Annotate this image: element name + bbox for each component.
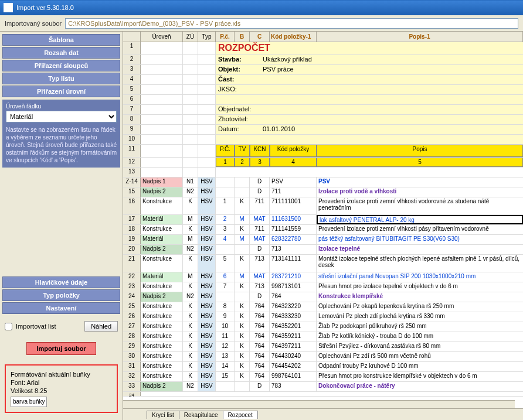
col-zu[interactable]: ZÚ — [183, 32, 198, 42]
table-row[interactable]: Z-14Nadpis 1N1HSVDPSVPSV — [123, 177, 523, 187]
import-list-label: Importovat list — [16, 323, 56, 330]
toolbar: Importovaný soubor C:\KROSplusData\Impor… — [0, 15, 523, 32]
sidebar-btn-typpolozky[interactable]: Typ položky — [2, 289, 120, 301]
col-popis[interactable]: Popis-1 — [317, 32, 523, 42]
import-file-button[interactable]: Importuj soubor — [26, 342, 96, 355]
table-row[interactable]: 33Nadpis 2N2HSVD783Dokončovací práce - n… — [123, 382, 523, 392]
table-row[interactable]: 30KonstrukceKHSV13K764764430240Oplechová… — [123, 352, 523, 362]
level-panel: Úroveň řádku Materiál Nastavte se na zob… — [2, 100, 120, 168]
table-row[interactable]: 28KonstrukceKHSV11K764764359211Žlab Pz k… — [123, 332, 523, 342]
format-infobox: Formátování aktuální buňky Font: Arial V… — [5, 364, 118, 413]
tab-rekap[interactable]: Rekapitulace — [179, 411, 223, 419]
app-icon — [4, 3, 13, 12]
table-row[interactable]: 31KonstrukceKHSV14K764764454202Odpadní t… — [123, 362, 523, 372]
window-title: Import ver.5.30.18.0 — [16, 4, 74, 11]
table-row[interactable]: 21KonstrukceKHSV5K713713141111Montáž izo… — [123, 255, 523, 272]
table-row[interactable]: 16KonstrukceKHSV1K711711111001Provedení … — [123, 197, 523, 215]
level-select[interactable]: Materiál — [6, 111, 117, 122]
level-hint: Nastavte se na zobrazeném listu na řádek… — [6, 126, 117, 164]
level-label: Úroveň řádku — [6, 103, 117, 110]
horizontal-scrollbar[interactable] — [123, 400, 515, 408]
spreadsheet-grid[interactable]: Úroveň ZÚ Typ P.č. B C Kód položky-1 Pop… — [123, 32, 523, 420]
table-row[interactable]: 32KonstrukceKHSV15K764998764101Přesun hm… — [123, 372, 523, 382]
table-row[interactable]: 18KonstrukceKHSV3K711711141559Provedení … — [123, 225, 523, 235]
table-row[interactable]: 20Nadpis 2N2HSVD713Izolace tepelné — [123, 245, 523, 255]
table-row[interactable]: 15Nadpis 2N2HSVD711Izolace proti vodě a … — [123, 187, 523, 197]
sidebar-btn-sablona[interactable]: Šablona — [2, 34, 120, 46]
col-kod[interactable]: Kód položky-1 — [270, 32, 317, 42]
col-uroven[interactable]: Úroveň — [141, 32, 183, 42]
table-row[interactable]: 24Nadpis 2N2HSVD764Konstrukce klempířské — [123, 292, 523, 302]
col-pc[interactable]: P.č. — [216, 32, 235, 42]
table-row[interactable]: 23KonstrukceKHSV7K713998713101Přesun hmo… — [123, 282, 523, 292]
col-b[interactable]: B — [235, 32, 250, 42]
sidebar-btn-urovni[interactable]: Přiřazení úrovní — [2, 86, 120, 97]
info-title: Formátování aktuální buňky — [11, 370, 112, 378]
col-typ[interactable]: Typ — [198, 32, 216, 42]
sheet-tabs: Krycí list Rekapitulace Rozpocet — [123, 408, 523, 420]
preview-button[interactable]: Náhled — [84, 321, 118, 332]
table-row[interactable]: 26KonstrukceKHSV9K764764333230Lemování P… — [123, 312, 523, 322]
table-row[interactable]: 29KonstrukceKHSV12K764764397211Střešní P… — [123, 342, 523, 352]
table-row[interactable]: 17MateriálMHSV2MMAT111631500lak asfaltov… — [123, 215, 523, 225]
import-list-checkbox[interactable] — [5, 323, 12, 330]
sidebar-btn-nastaveni[interactable]: Nastavení — [2, 302, 120, 314]
tab-rozpocet[interactable]: Rozpocet — [223, 411, 258, 419]
file-label: Importovaný soubor — [5, 20, 62, 27]
col-c[interactable]: C — [250, 32, 270, 42]
table-row[interactable]: 27KonstrukceKHSV10K764764352201Žlab Pz p… — [123, 322, 523, 332]
table-row[interactable]: 25KonstrukceKHSV8K764764323220Oplechován… — [123, 302, 523, 312]
file-path-input[interactable]: C:\KROSplusData\Import\Demo_(003)_PSV - … — [65, 18, 518, 29]
window-titlebar: Import ver.5.30.18.0 — [0, 0, 523, 15]
sidebar-btn-hlavicka[interactable]: Hlavičkové údaje — [2, 276, 120, 288]
sidebar-btn-rozsah[interactable]: Rozsah dat — [2, 47, 120, 59]
table-row[interactable]: 22MateriálMHSV6MMAT283721210střešní izol… — [123, 272, 523, 282]
info-color-swatch: barva buňky — [11, 397, 47, 407]
sidebar-btn-sloupce[interactable]: Přiřazení sloupců — [2, 60, 120, 71]
table-row[interactable]: 19MateriálMHSV4MMAT628322780pás těžký as… — [123, 235, 523, 245]
tab-kryci[interactable]: Krycí list — [147, 411, 179, 419]
info-font: Font: Arial — [11, 378, 112, 387]
info-size: Velikost 8.25 — [11, 387, 112, 395]
sidebar: Šablona Rozsah dat Přiřazení sloupců Typ… — [0, 32, 123, 420]
sidebar-btn-typlistu[interactable]: Typ listu — [2, 73, 120, 84]
